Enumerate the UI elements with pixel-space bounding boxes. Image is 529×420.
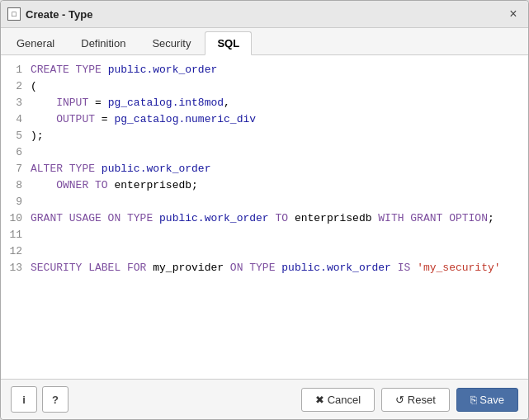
tab-general[interactable]: General (4, 31, 67, 54)
code-line-10: 10 GRANT USAGE ON TYPE public.work_order… (1, 210, 528, 227)
tab-security[interactable]: Security (139, 31, 203, 54)
sql-code-area: 1 CREATE TYPE public.work_order 2 ( 3 IN… (1, 55, 528, 379)
code-line-2: 2 ( (1, 78, 528, 95)
code-line-3: 3 INPUT = pg_catalog.int8mod, (1, 95, 528, 111)
dialog-footer: i ? ✖ Cancel ↺ Reset ⎘ Save (1, 379, 528, 419)
dialog-icon: □ (7, 7, 21, 21)
footer-left: i ? (11, 386, 68, 413)
code-line-9: 9 (1, 194, 528, 210)
close-button[interactable]: × (505, 6, 522, 22)
code-line-12: 12 (1, 243, 528, 260)
tab-bar: General Definition Security SQL (1, 28, 528, 55)
create-type-dialog: □ Create - Type × General Definition Sec… (0, 0, 529, 420)
code-line-13: 13 SECURITY LABEL FOR my_provider ON TYP… (1, 260, 528, 276)
info-button[interactable]: i (11, 386, 37, 413)
code-line-6: 6 (1, 144, 528, 161)
code-line-5: 5 ); (1, 128, 528, 144)
code-line-1: 1 CREATE TYPE public.work_order (1, 62, 528, 78)
reset-button[interactable]: ↺ Reset (381, 388, 450, 412)
cancel-button[interactable]: ✖ Cancel (301, 388, 375, 412)
tab-definition[interactable]: Definition (68, 31, 138, 54)
footer-right: ✖ Cancel ↺ Reset ⎘ Save (301, 388, 518, 412)
dialog-title: Create - Type (26, 8, 92, 21)
code-line-4: 4 OUTPUT = pg_catalog.numeric_div (1, 111, 528, 128)
save-button[interactable]: ⎘ Save (456, 388, 518, 412)
title-bar: □ Create - Type × (1, 1, 528, 28)
code-line-11: 11 (1, 227, 528, 243)
code-line-8: 8 OWNER TO enterprisedb; (1, 177, 528, 194)
code-line-7: 7 ALTER TYPE public.work_order (1, 161, 528, 177)
tab-sql[interactable]: SQL (205, 31, 252, 55)
help-button[interactable]: ? (42, 386, 68, 413)
title-bar-left: □ Create - Type (7, 7, 92, 21)
